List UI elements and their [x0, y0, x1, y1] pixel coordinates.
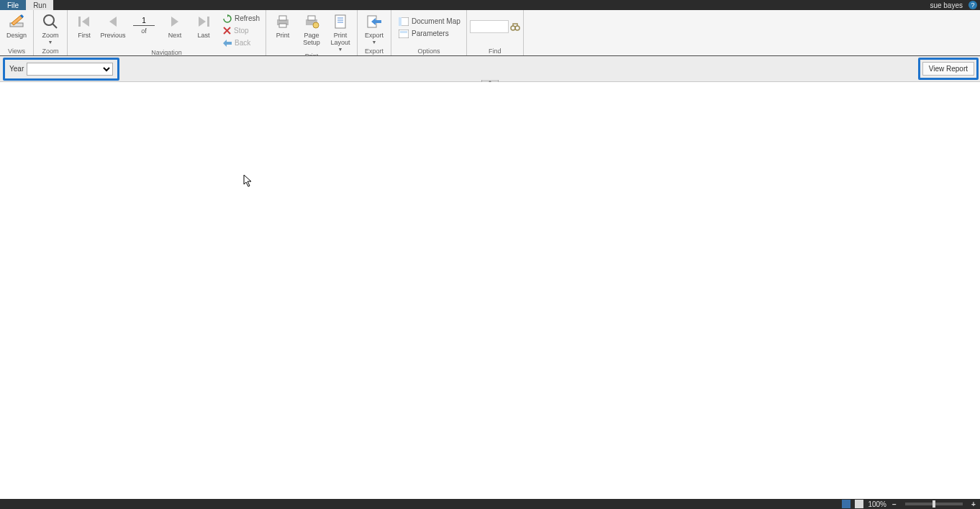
- svg-line-2: [53, 24, 57, 28]
- design-icon: [8, 13, 25, 30]
- next-icon: [166, 13, 183, 30]
- year-parameter-dropdown[interactable]: [27, 63, 113, 76]
- first-label: First: [78, 32, 91, 39]
- zoom-in-button[interactable]: +: [970, 500, 977, 508]
- group-views: Design Views: [0, 10, 34, 55]
- document-map-label: Document Map: [412, 17, 460, 25]
- group-export: Export ▼ Export: [358, 10, 391, 55]
- year-parameter-highlight: Year: [3, 58, 119, 81]
- document-map-button[interactable]: Document Map: [396, 16, 463, 27]
- year-parameter-label: Year: [9, 65, 24, 73]
- parameter-bar: Year View Report: [0, 56, 980, 82]
- svg-rect-11: [308, 16, 315, 20]
- last-page-button[interactable]: Last: [190, 12, 217, 39]
- first-page-button[interactable]: First: [71, 12, 98, 39]
- svg-rect-20: [399, 30, 409, 38]
- tab-run[interactable]: Run: [26, 0, 53, 10]
- page-number-box: of: [128, 12, 160, 35]
- previous-icon: [104, 13, 122, 30]
- svg-point-12: [313, 22, 319, 28]
- page-setup-label: Page Setup: [298, 32, 325, 46]
- magnifier-icon: [42, 13, 59, 30]
- last-icon: [195, 13, 212, 30]
- stop-button[interactable]: Stop: [220, 25, 263, 36]
- back-button[interactable]: Back: [220, 37, 263, 48]
- svg-rect-21: [400, 31, 407, 33]
- status-bar: 100% − +: [0, 499, 980, 509]
- help-icon[interactable]: ?: [968, 1, 977, 9]
- parameters-button[interactable]: Parameters: [396, 28, 463, 39]
- stop-icon: [223, 27, 231, 35]
- document-map-icon: [399, 17, 409, 26]
- group-print: Print Page Setup Print Layout ▼ Print: [266, 10, 358, 55]
- zoom-slider-thumb[interactable]: [933, 500, 935, 508]
- group-views-label: Views: [3, 47, 30, 55]
- page-setup-icon: [303, 13, 320, 30]
- first-icon: [76, 13, 93, 30]
- chevron-down-icon: ▼: [372, 40, 377, 45]
- group-find-label: Find: [470, 47, 520, 55]
- zoom-percent-label: 100%: [868, 500, 886, 508]
- back-icon: [223, 40, 232, 47]
- report-canvas: [0, 82, 980, 499]
- parameters-label: Parameters: [412, 30, 449, 37]
- tab-file[interactable]: File: [0, 0, 26, 10]
- printer-icon: [274, 13, 291, 30]
- svg-point-22: [511, 26, 515, 30]
- export-button[interactable]: Export ▼: [360, 12, 388, 45]
- export-icon: [366, 13, 383, 30]
- svg-point-23: [515, 26, 520, 30]
- find-input[interactable]: [470, 20, 509, 33]
- stop-label: Stop: [234, 27, 249, 35]
- cursor-icon: [243, 174, 253, 187]
- refresh-icon: [223, 14, 232, 23]
- user-name-label: sue bayes: [925, 0, 967, 10]
- last-label: Last: [197, 32, 209, 39]
- print-label: Print: [276, 32, 290, 39]
- current-page-input[interactable]: [133, 16, 155, 26]
- group-export-label: Export: [360, 47, 388, 55]
- refresh-label: Refresh: [235, 14, 260, 22]
- svg-rect-3: [78, 17, 81, 27]
- svg-point-1: [44, 15, 54, 25]
- svg-rect-13: [335, 15, 345, 28]
- design-label: Design: [6, 32, 27, 39]
- previous-page-button[interactable]: Previous: [99, 12, 127, 39]
- svg-rect-8: [279, 16, 286, 20]
- view-report-highlight: View Report: [918, 58, 979, 80]
- group-options-label: Options: [394, 47, 463, 55]
- previous-label: Previous: [100, 32, 125, 39]
- export-label: Export: [365, 32, 384, 39]
- svg-rect-19: [399, 17, 401, 26]
- zoom-label: Zoom: [42, 32, 58, 39]
- view-report-button[interactable]: View Report: [922, 62, 974, 76]
- print-layout-label: Print Layout: [327, 32, 354, 46]
- status-view-icon-1[interactable]: [842, 500, 850, 508]
- page-of-label: of: [141, 27, 147, 35]
- zoom-button[interactable]: Zoom ▼: [37, 12, 64, 45]
- chevron-down-icon: ▼: [48, 40, 53, 45]
- next-page-button[interactable]: Next: [161, 12, 189, 39]
- find-icon[interactable]: [510, 22, 520, 32]
- svg-rect-4: [207, 17, 209, 27]
- svg-rect-9: [279, 24, 286, 27]
- group-find: Find: [467, 10, 524, 55]
- zoom-out-button[interactable]: −: [891, 500, 898, 508]
- design-button[interactable]: Design: [3, 12, 30, 39]
- group-options: Document Map Parameters Options: [391, 10, 467, 55]
- print-layout-button[interactable]: Print Layout ▼: [327, 12, 354, 52]
- zoom-slider[interactable]: [905, 503, 963, 505]
- print-button[interactable]: Print: [269, 12, 296, 39]
- refresh-button[interactable]: Refresh: [220, 13, 263, 24]
- group-zoom-label: Zoom: [37, 47, 64, 55]
- group-zoom: Zoom ▼ Zoom: [34, 10, 68, 55]
- page-setup-button[interactable]: Page Setup: [298, 12, 325, 46]
- ribbon: Design Views Zoom ▼ Zoom First: [0, 10, 980, 56]
- title-bar: File Run sue bayes ?: [0, 0, 980, 10]
- next-label: Next: [168, 32, 182, 39]
- parameters-icon: [399, 30, 409, 38]
- status-view-icon-2[interactable]: [855, 500, 863, 508]
- print-layout-icon: [332, 13, 349, 30]
- back-label: Back: [235, 39, 250, 47]
- group-navigation: First Previous of Next: [68, 10, 266, 55]
